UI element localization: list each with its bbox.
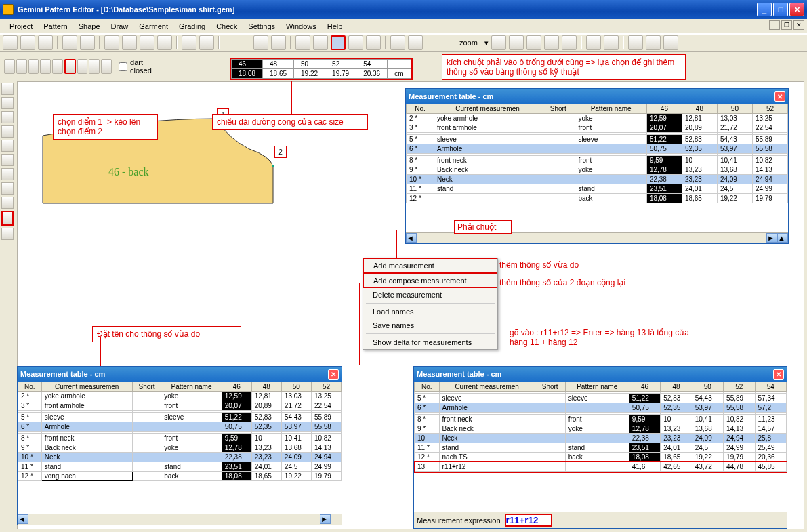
tool-measure[interactable] xyxy=(271,35,286,50)
pattern-label: 46 - back xyxy=(108,166,149,178)
ltool-7[interactable] xyxy=(1,168,14,180)
tool-text[interactable] xyxy=(253,35,268,50)
dart-closed-checkbox[interactable]: dart closed xyxy=(113,58,157,75)
menu-pattern[interactable]: Pattern xyxy=(38,20,73,32)
tool-grid[interactable] xyxy=(331,35,346,50)
zoom-sel[interactable] xyxy=(544,35,559,50)
tool-n[interactable] xyxy=(663,35,678,50)
tool-save[interactable] xyxy=(38,35,53,50)
size-length-grid: 4648505254 18.0818.6519.2219.7920.36cm xyxy=(230,58,413,80)
zoom-in[interactable] xyxy=(491,35,506,50)
minimize-button[interactable]: _ xyxy=(757,3,772,16)
menu-draw[interactable]: Draw xyxy=(106,20,134,32)
annot-right-click-short: Phải chuột xyxy=(454,220,512,234)
zoom-out[interactable] xyxy=(509,35,524,50)
shape-2[interactable] xyxy=(16,59,27,74)
tool-d[interactable] xyxy=(295,35,310,50)
ctx-delta[interactable]: Show delta for measurements xyxy=(363,335,497,349)
expr-label: Measurement expression xyxy=(417,516,501,525)
tool-redo[interactable] xyxy=(80,35,95,50)
tool-k[interactable] xyxy=(604,35,619,50)
menu-help[interactable]: Help xyxy=(322,20,348,32)
annot-curve-len: chiều dài đường cong của các size xyxy=(212,114,368,130)
measurement-table-3[interactable]: Measurement table - cm ✕ No.Current meas… xyxy=(413,366,787,529)
shape-7[interactable] xyxy=(89,59,100,74)
tool-g[interactable] xyxy=(366,35,381,50)
mtable2-hscroll[interactable]: ◄► xyxy=(18,514,342,525)
shape-5[interactable] xyxy=(52,59,63,74)
shape-3[interactable] xyxy=(28,59,39,74)
ltool-4[interactable] xyxy=(1,125,14,138)
mtable2-close[interactable]: ✕ xyxy=(328,369,339,380)
menu-grading[interactable]: Grading xyxy=(173,20,211,32)
mtable3-title: Measurement table - cm xyxy=(417,370,501,378)
mtable1-close[interactable]: ✕ xyxy=(774,91,785,102)
tool-c[interactable] xyxy=(199,35,214,50)
ltool-tape[interactable] xyxy=(1,211,14,226)
tool-j[interactable] xyxy=(586,35,601,50)
tool-cut[interactable] xyxy=(104,35,119,50)
maximize-button[interactable]: □ xyxy=(773,3,788,16)
ltool-6[interactable] xyxy=(1,154,14,166)
tool-new[interactable] xyxy=(3,35,18,50)
annot-point-select: chọn điểm 1=> kéo lên chọn điểm 2 xyxy=(53,114,158,140)
tool-b[interactable] xyxy=(182,35,196,50)
tool-l[interactable] xyxy=(628,35,643,50)
tool-e[interactable] xyxy=(313,35,328,50)
ltool-2[interactable] xyxy=(1,97,14,109)
context-menu: Add measurement Add compose measurement … xyxy=(363,258,498,350)
menu-garment[interactable]: Garment xyxy=(133,20,173,32)
doc-minimize[interactable]: _ xyxy=(769,20,780,30)
shape-curve[interactable] xyxy=(64,59,75,74)
tool-undo[interactable] xyxy=(62,35,77,50)
annot-right-click: kích chuột phải vào ô trống dưới cùng =>… xyxy=(442,54,686,80)
close-button[interactable]: ✕ xyxy=(789,3,804,16)
zoom-100[interactable] xyxy=(562,35,577,50)
ctx-add-measurement[interactable]: Add measurement xyxy=(363,258,497,273)
tool-open[interactable] xyxy=(20,35,35,50)
menu-settings[interactable]: Settings xyxy=(243,20,281,32)
annot-compose: thêm thông số của 2 đoạn cộng lại xyxy=(498,277,701,289)
zoom-label: zoom xyxy=(455,39,482,47)
tool-paste[interactable] xyxy=(140,35,154,50)
doc-close[interactable]: ✕ xyxy=(793,20,804,30)
point-2-marker: 2 xyxy=(274,146,287,158)
ctx-add-compose[interactable]: Add compose measurement xyxy=(363,273,497,288)
window-title: Gemini Pattern Editor - [D:\Database\Sam… xyxy=(18,5,234,14)
measurement-table-2[interactable]: Measurement table - cm ✕ No.Current meas… xyxy=(17,366,342,525)
menu-project[interactable]: Project xyxy=(4,20,38,32)
menu-bar: Project Pattern Shape Draw Garment Gradi… xyxy=(0,19,807,34)
mtable2-title: Measurement table - cm xyxy=(20,370,105,378)
shape-4[interactable] xyxy=(40,59,51,74)
mtable3-close[interactable]: ✕ xyxy=(773,369,784,380)
ltool-8[interactable] xyxy=(1,182,14,195)
dart-checkbox[interactable] xyxy=(119,62,127,71)
tool-a[interactable] xyxy=(157,35,172,50)
ltool-5[interactable] xyxy=(1,140,14,152)
menu-windows[interactable]: Windows xyxy=(281,20,322,32)
mtable1-hscroll[interactable]: ◄►▲ xyxy=(406,232,788,243)
ctx-save[interactable]: Save names xyxy=(363,319,497,332)
ctx-delete[interactable]: Delete measurement xyxy=(363,288,497,302)
zoom-fit[interactable] xyxy=(526,35,541,50)
tool-copy[interactable] xyxy=(122,35,137,50)
tool-i[interactable] xyxy=(408,35,423,50)
shape-1[interactable] xyxy=(4,59,15,74)
shape-8[interactable] xyxy=(101,59,112,74)
annot-add: thêm thông số vừa đo xyxy=(498,259,627,271)
ctx-load[interactable]: Load names xyxy=(363,305,497,319)
ltool-3[interactable] xyxy=(1,111,14,123)
tool-f[interactable] xyxy=(348,35,363,50)
ltool-pointer[interactable] xyxy=(1,83,14,95)
ltool-9[interactable] xyxy=(1,197,14,209)
annot-formula: gõ vào : r11+r12 => Enter => hàng 13 là … xyxy=(505,325,701,350)
tool-m[interactable] xyxy=(646,35,661,50)
menu-check[interactable]: Check xyxy=(211,20,243,32)
ltool-10[interactable] xyxy=(1,228,14,240)
expr-input[interactable] xyxy=(505,514,552,527)
left-toolbar xyxy=(0,81,15,241)
tool-h[interactable] xyxy=(390,35,405,50)
shape-6[interactable] xyxy=(77,59,88,74)
menu-shape[interactable]: Shape xyxy=(73,20,106,32)
doc-restore[interactable]: ❐ xyxy=(781,20,792,30)
